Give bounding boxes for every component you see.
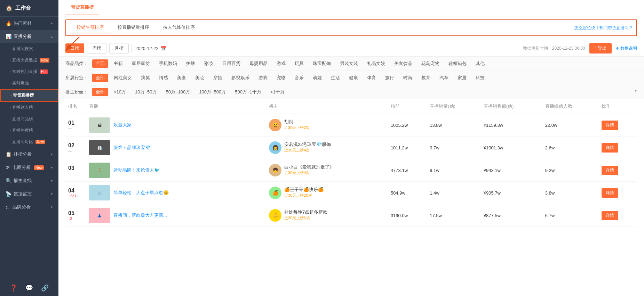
stream-title[interactable]: 服饰＋品牌珠宝💎	[113, 145, 151, 151]
filter-industry-pets[interactable]: 宠物	[273, 74, 289, 82]
filter-industry-beauty[interactable]: 网红美女	[110, 74, 135, 82]
filter-industry-music[interactable]: 音乐	[291, 74, 307, 82]
sidebar-item-brand[interactable]: 🏷 品牌分析 ▾	[0, 200, 58, 214]
sidebar-item-hot-material[interactable]: 🔥 热门素材 ▾	[0, 17, 58, 30]
filter-category-books[interactable]: 书籍	[110, 59, 126, 68]
export-button[interactable]: ↑ 导出	[589, 43, 612, 54]
sidebar-item-mount[interactable]: 📋 挂榜分析 ▾	[0, 148, 58, 161]
sales-vol-cell: 9.7w	[427, 137, 481, 159]
filter-industry-food[interactable]: 美食	[174, 74, 190, 82]
filter-category-food[interactable]: 美食饮品	[391, 59, 416, 68]
fans-cell: 1011.2w	[388, 137, 427, 159]
filter-category-daily[interactable]: 日用百货	[219, 59, 244, 68]
filter-fans-10-50w[interactable]: 10万~50万	[132, 88, 160, 96]
filter-industry-home[interactable]: 家居	[454, 74, 470, 82]
fans-cell: 1005.2w	[388, 114, 427, 137]
filter-category-pets[interactable]: 花鸟宠物	[418, 59, 443, 68]
filter-category-baby[interactable]: 母婴用品	[246, 59, 271, 68]
filter-fans-all[interactable]: 全部	[92, 88, 108, 96]
data-desc-button[interactable]: ⊕ 数据说明	[616, 46, 637, 51]
table-row: 05 ↑2 👗 直播间，新款极大方更新... 👶	[65, 204, 637, 227]
filter-industry-entertainment[interactable]: 影视娱乐	[228, 74, 253, 82]
filter-fans-500w-1kw[interactable]: 500万~1千万	[231, 88, 265, 96]
filter-fans-50-100w[interactable]: 50万~100万	[162, 88, 194, 96]
fans-dropdown-arrow[interactable]: ▾	[635, 88, 637, 93]
th-sales-volume: 直播销量(估)	[427, 99, 481, 114]
date-picker[interactable]: 2020-12-22 📅	[132, 44, 170, 53]
filter-category-shoes[interactable]: 鞋帽箱包	[445, 59, 470, 68]
filter-industry-travel[interactable]: 旅行	[382, 74, 398, 82]
sidebar-item-live-analysis[interactable]: 📊 直播分析 ▴	[0, 30, 58, 43]
filter-category-toys[interactable]: 玩具	[291, 59, 307, 68]
filter-industry-funny[interactable]: 搞笑	[137, 74, 153, 82]
filter-category-other[interactable]: 其他	[472, 59, 488, 68]
sidebar-sub-live-talent[interactable]: · 直播达人榜	[0, 102, 58, 113]
detail-button[interactable]: 详情	[602, 211, 618, 220]
sidebar-header[interactable]: 🏠 工作台	[0, 0, 58, 17]
stream-title[interactable]: 欢迎大家	[113, 122, 132, 128]
filter-industry-style[interactable]: 时尚	[400, 74, 416, 82]
btn-month[interactable]: 月榜	[109, 43, 129, 54]
filter-industry-fashion[interactable]: 穿搭	[210, 74, 226, 82]
sidebar-item-ecom[interactable]: 🛍 电商分析 New ▾	[0, 161, 58, 174]
sidebar-sub-live-trending[interactable]: · 实时爆品	[0, 77, 58, 89]
filter-industry-kids[interactable]: 萌娃	[309, 74, 325, 82]
sidebar-item-live-analysis-label: 直播分析	[14, 33, 32, 40]
filter-fans-lt10w[interactable]: <10万	[110, 88, 129, 96]
detail-button[interactable]: 详情	[602, 143, 618, 153]
stream-title[interactable]: 直播间，新款极大方更新...	[113, 212, 167, 219]
streamer-name: 安若溪22号珠宝💎服饰	[284, 141, 331, 148]
filter-industry-life[interactable]: 生活	[327, 74, 343, 82]
sort-help-link[interactable]: 怎么定位快手热门带货直播间？	[574, 25, 633, 31]
filter-category-phone[interactable]: 手机数码	[156, 59, 181, 68]
filter-category-all[interactable]: 全部	[92, 59, 108, 68]
detail-button[interactable]: 详情	[602, 188, 618, 198]
chat-icon[interactable]: 💬	[25, 284, 33, 292]
sidebar-sub-live-goods[interactable]: · 直播商品榜	[0, 113, 58, 125]
sort-tab-sales-volume[interactable]: 按直播销量排序	[111, 22, 156, 33]
btn-week[interactable]: 周榜	[87, 43, 106, 54]
sidebar-item-streamer[interactable]: 🔍 播主查找 ▾	[0, 174, 58, 187]
sidebar-sub-live-search[interactable]: · 直播间搜索	[0, 43, 58, 55]
tab-live-ranking[interactable]: 带货直播榜	[65, 0, 99, 15]
filter-industry-health[interactable]: 健康	[345, 74, 361, 82]
filter-category-clothes[interactable]: 男装女装	[336, 59, 361, 68]
filter-industry-edu[interactable]: 教育	[418, 74, 434, 82]
stream-title[interactable]: 简单轻松，大点干早点歇😊	[113, 190, 169, 196]
sort-tab-sales-amount[interactable]: 按销售额排序	[70, 22, 111, 33]
streamer-recent: 近30天上榜4次	[284, 170, 334, 175]
filter-category-home[interactable]: 家居家纺	[128, 59, 153, 68]
sidebar-sub-live-compare[interactable]: · 直播间对比 New	[0, 136, 58, 148]
filter-category-jewelry[interactable]: 珠宝配饰	[309, 59, 334, 68]
filter-industry-game[interactable]: 游戏	[255, 74, 271, 82]
detail-button[interactable]: 详情	[602, 166, 618, 175]
filter-category-gifts[interactable]: 礼品文娱	[364, 59, 389, 68]
sidebar-sub-live-big-data[interactable]: · 直播大盘数据 New	[0, 55, 58, 66]
detail-button[interactable]: 详情	[602, 121, 618, 130]
sidebar-sub-live-heat[interactable]: · 直播热度榜	[0, 125, 58, 136]
stream-thumb: 👔	[89, 140, 110, 155]
filter-fans-100-500w[interactable]: 100万~500万	[196, 88, 229, 96]
btn-day[interactable]: 日榜	[65, 43, 84, 53]
filter-fans-gt1kw[interactable]: >1千万	[267, 88, 288, 96]
help-icon[interactable]: ❓	[10, 284, 17, 292]
filter-industry-car[interactable]: 汽车	[436, 74, 452, 82]
stream-title[interactable]: 运动品牌！来抢贵人🐦	[113, 167, 160, 173]
filter-category-game[interactable]: 游戏	[273, 59, 289, 68]
filter-category-makeup[interactable]: 彩妆	[201, 59, 217, 68]
link-icon[interactable]: 🔗	[41, 284, 49, 292]
sidebar-sub-live-hot[interactable]: · 实时热门直播 Hot	[0, 66, 58, 77]
filter-category-skincare[interactable]: 护肤	[183, 59, 199, 68]
th-stream: 直播	[86, 99, 266, 114]
sales-amt-cell: ¥1159.3w	[481, 114, 542, 137]
streamer-recent: 近30天上榜2次	[284, 125, 310, 130]
sort-tab-peak[interactable]: 按人气峰值排序	[156, 22, 202, 33]
chart-icon: 📊	[6, 34, 11, 39]
filter-industry-emotion[interactable]: 情感	[156, 74, 172, 82]
sidebar-sub-live-ranking[interactable]: · 带货直播榜	[0, 89, 58, 102]
filter-industry-tech[interactable]: 科技	[472, 74, 488, 82]
filter-industry-cosmetic[interactable]: 美妆	[192, 74, 208, 82]
filter-industry-all[interactable]: 全部	[92, 74, 108, 82]
sidebar-item-monitor[interactable]: 📡 数据监控 ▾	[0, 187, 58, 200]
filter-industry-sports[interactable]: 体育	[364, 74, 380, 82]
